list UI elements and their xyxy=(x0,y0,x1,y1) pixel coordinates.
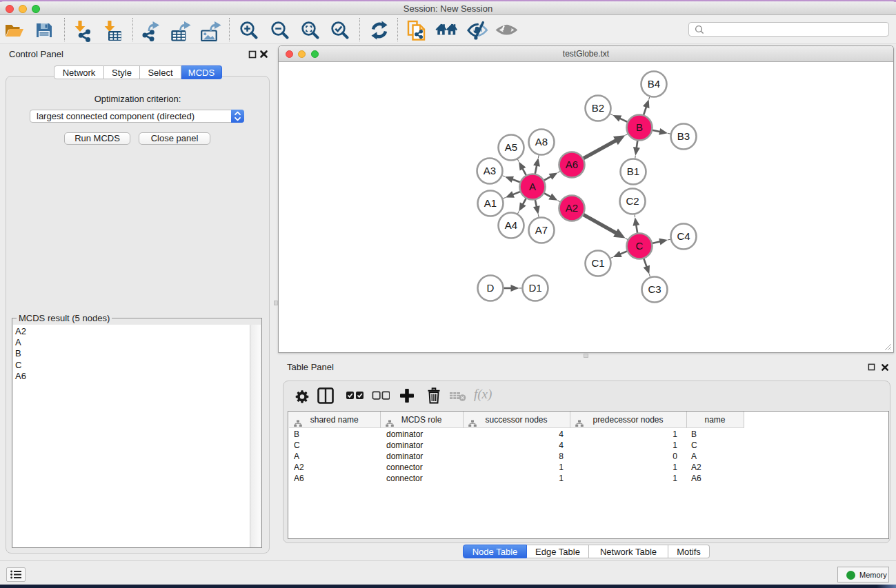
svg-text:A7: A7 xyxy=(535,224,548,236)
svg-text:B1: B1 xyxy=(627,165,639,177)
svg-text:B4: B4 xyxy=(648,78,660,90)
svg-text:C: C xyxy=(636,240,644,252)
svg-text:A2: A2 xyxy=(566,202,578,214)
svg-text:A6: A6 xyxy=(566,159,578,170)
svg-text:C2: C2 xyxy=(626,195,639,207)
svg-text:A8: A8 xyxy=(535,136,548,148)
svg-text:B: B xyxy=(636,121,643,133)
svg-text:A5: A5 xyxy=(505,141,517,153)
svg-text:C1: C1 xyxy=(591,257,604,269)
svg-text:B3: B3 xyxy=(677,130,690,142)
svg-text:A4: A4 xyxy=(505,219,517,231)
svg-text:D: D xyxy=(487,282,495,294)
svg-text:A: A xyxy=(529,181,536,192)
svg-text:C4: C4 xyxy=(677,230,690,242)
svg-text:B2: B2 xyxy=(592,102,604,114)
svg-text:D1: D1 xyxy=(528,282,541,294)
svg-text:A3: A3 xyxy=(484,165,496,176)
svg-text:A1: A1 xyxy=(484,197,497,209)
svg-text:C3: C3 xyxy=(648,283,661,295)
